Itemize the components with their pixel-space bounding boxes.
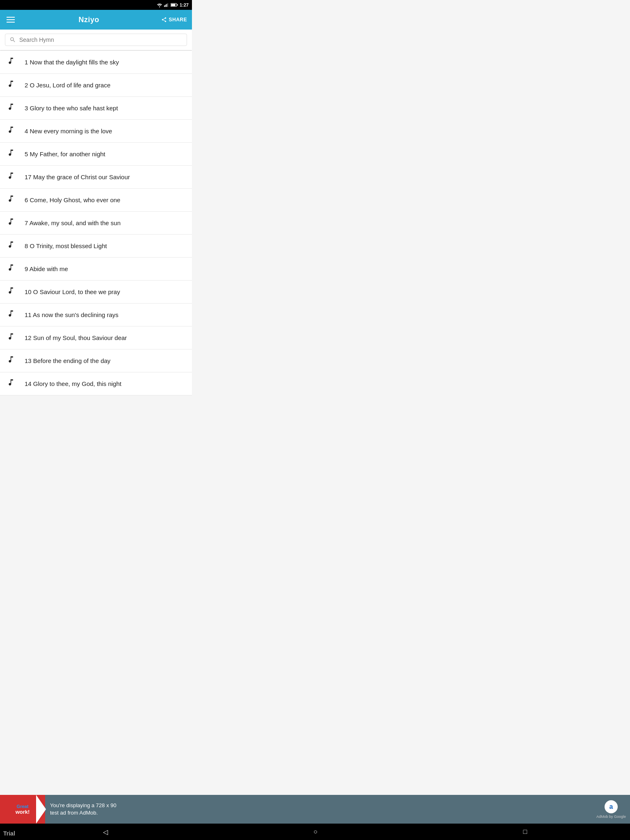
hymn-list: 1 Now that the daylight fills the sky 2 … [0,51,192,395]
app-title: Nziyo [78,16,99,24]
hymn-title-text: 2 O Jesu, Lord of life and grace [25,81,110,89]
svg-rect-1 [164,5,165,7]
hymn-title-text: 1 Now that the daylight fills the sky [25,58,119,66]
music-note-icon [7,103,16,114]
battery-icon [171,3,178,7]
hymn-list-item[interactable]: 11 As now the sun's declining rays [0,304,192,326]
music-note-icon [7,126,16,137]
music-note-icon [7,148,16,160]
svg-rect-2 [165,5,166,7]
search-container [0,30,192,50]
search-box [5,34,187,46]
hymn-list-item[interactable]: 6 Come, Holy Ghost, who ever one [0,189,192,212]
status-bar: 1:27 [0,0,192,10]
music-note-icon [7,309,16,320]
hymn-list-item[interactable]: 4 New every morning is the love [0,120,192,143]
share-label: SHARE [169,17,187,23]
hymn-title-text: 9 Abide with me [25,265,68,273]
hymn-list-item[interactable]: 8 O Trinity, most blessed Light [0,235,192,258]
music-note-icon [7,80,16,91]
wifi-icon [157,2,162,7]
search-input[interactable] [19,37,183,43]
hymn-list-item[interactable]: 9 Abide with me [0,258,192,281]
hymn-list-item[interactable]: 2 O Jesu, Lord of life and grace [0,74,192,97]
hymn-title-text: 7 Awake, my soul, and with the sun [25,219,121,227]
hymn-title-text: 3 Glory to thee who safe hast kept [25,104,118,112]
hymn-list-item[interactable]: 14 Glory to thee, my God, this night [0,372,192,395]
music-note-icon [7,57,16,68]
hymn-title-text: 10 O Saviour Lord, to thee we pray [25,288,120,296]
menu-button[interactable] [5,15,16,24]
hymn-title-text: 12 Sun of my Soul, thou Saviour dear [25,334,127,342]
hymn-title-text: 6 Come, Holy Ghost, who ever one [25,196,120,204]
music-note-icon [7,240,16,251]
music-note-icon [7,171,16,183]
hymn-title-text: 13 Before the ending of the day [25,357,110,365]
hymn-list-item[interactable]: 7 Awake, my soul, and with the sun [0,212,192,235]
status-time: 1:27 [180,2,189,7]
hamburger-line-1 [7,17,15,18]
music-note-icon [7,355,16,366]
music-note-icon [7,217,16,228]
music-note-icon [7,332,16,343]
app-bar: Nziyo SHARE [0,10,192,30]
music-note-icon [7,263,16,274]
share-icon [161,17,167,23]
svg-rect-3 [166,4,167,7]
hymn-title-text: 11 As now the sun's declining rays [25,311,119,319]
svg-rect-7 [171,4,176,6]
hamburger-line-3 [7,22,15,23]
status-icons: 1:27 [157,2,189,7]
hymn-title-text: 14 Glory to thee, my God, this night [25,380,121,388]
hymn-list-item[interactable]: 17 May the grace of Christ our Saviour [0,166,192,189]
signal-icon [164,2,169,7]
hamburger-line-2 [7,19,15,20]
hymn-title-text: 5 My Father, for another night [25,150,105,158]
hymn-title-text: 4 New every morning is the love [25,127,112,135]
search-icon [9,37,16,43]
hymn-list-item[interactable]: 13 Before the ending of the day [0,349,192,372]
hymn-list-item[interactable]: 10 O Saviour Lord, to thee we pray [0,281,192,304]
hymn-list-item[interactable]: 3 Glory to thee who safe hast kept [0,97,192,120]
hymn-title-text: 8 O Trinity, most blessed Light [25,242,107,250]
svg-point-0 [159,7,160,7]
music-note-icon [7,378,16,389]
hymn-list-item[interactable]: 5 My Father, for another night [0,143,192,166]
hymn-list-item[interactable]: 1 Now that the daylight fills the sky [0,51,192,74]
share-button[interactable]: SHARE [161,17,187,23]
music-note-icon [7,194,16,205]
svg-rect-4 [167,3,168,7]
hymn-title-text: 17 May the grace of Christ our Saviour [25,173,130,181]
svg-rect-6 [177,5,178,6]
music-note-icon [7,286,16,297]
hymn-list-item[interactable]: 12 Sun of my Soul, thou Saviour dear [0,326,192,349]
